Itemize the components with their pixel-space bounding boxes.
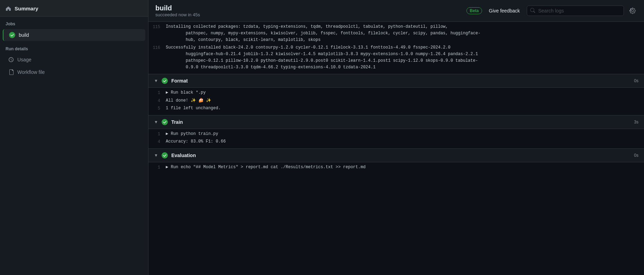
header: build succeeded now in 45s Beta Give fee…	[148, 0, 644, 22]
step-format-duration: 0s	[634, 78, 638, 83]
step-evaluation-header[interactable]: ▼ Evaluation 0s	[148, 148, 644, 162]
log-line-num: 1	[148, 164, 166, 171]
step-format-header[interactable]: ▼ Format 0s	[148, 74, 644, 88]
home-icon	[6, 6, 11, 11]
sidebar-summary-label: Summary	[15, 6, 38, 11]
step-evaluation-title: Evaluation	[171, 153, 630, 158]
log-content: 115 Installing collected packages: tzdat…	[148, 22, 644, 275]
format-log-line-4: 4 All done! ✨ 🍰 ✨	[148, 97, 644, 105]
log-line-num: 4	[148, 138, 166, 145]
step-format-status-icon	[162, 78, 168, 84]
train-log-line-4: 4 Accuracy: 83.0% F1: 0.66	[148, 138, 644, 146]
train-log-line-1: 1 ▶ Run python train.py	[148, 130, 644, 138]
log-line-num: 116	[148, 44, 166, 51]
step-train: ▼ Train 3s 1 ▶ Run python train.py 4 Acc…	[148, 115, 644, 147]
give-feedback-button[interactable]: Give feedback	[486, 7, 523, 15]
step-format: ▼ Format 0s 1 ▶ Run black *.py 4 All don…	[148, 74, 644, 114]
log-line-text: ▶ Run python train.py	[166, 131, 644, 137]
step-train-title: Train	[171, 119, 630, 125]
step-format-body: 1 ▶ Run black *.py 4 All done! ✨ 🍰 ✨ 5 1…	[148, 88, 644, 114]
sidebar-detail-usage[interactable]: Usage	[3, 54, 145, 65]
build-title: build	[155, 4, 461, 12]
sidebar-workflow-file-label: Workflow file	[17, 69, 45, 75]
settings-button[interactable]	[628, 6, 637, 15]
sidebar: Summary Jobs build Run details Usage Wor…	[0, 0, 148, 275]
log-line-text: Successfully installed black-24.2.0 cont…	[166, 44, 644, 71]
log-line-text: ▶ Run echo "## Model Metrics" > report.m…	[166, 164, 644, 171]
step-train-header[interactable]: ▼ Train 3s	[148, 115, 644, 129]
clock-icon	[8, 57, 14, 62]
job-label: build	[19, 32, 29, 38]
step-evaluation-status-icon	[162, 152, 168, 158]
step-evaluation-body: 1 ▶ Run echo "## Model Metrics" > report…	[148, 162, 644, 173]
header-title-block: build succeeded now in 45s	[155, 4, 461, 17]
format-log-line-1: 1 ▶ Run black *.py	[148, 89, 644, 97]
log-line-num: 1	[148, 89, 166, 96]
chevron-down-icon: ▼	[154, 153, 158, 158]
sidebar-usage-label: Usage	[17, 57, 31, 62]
sidebar-jobs-section: Jobs	[0, 17, 148, 28]
chevron-down-icon: ▼	[154, 120, 158, 124]
header-actions: Beta Give feedback	[466, 6, 637, 16]
log-line-116: 116 Successfully installed black-24.2.0 …	[148, 44, 644, 71]
log-line-num: 115	[148, 24, 166, 31]
search-logs-input[interactable]	[527, 6, 624, 16]
step-evaluation-duration: 0s	[634, 153, 638, 158]
sidebar-job-build[interactable]: build	[3, 29, 145, 41]
format-log-line-5: 5 1 file left unchanged.	[148, 105, 644, 112]
log-line-115: 115 Installing collected packages: tzdat…	[148, 23, 644, 44]
step-train-duration: 3s	[634, 120, 638, 124]
main-content: build succeeded now in 45s Beta Give fee…	[148, 0, 644, 275]
step-evaluation: ▼ Evaluation 0s 1 ▶ Run echo "## Model M…	[148, 148, 644, 173]
sidebar-detail-workflow-file[interactable]: Workflow file	[3, 67, 145, 78]
log-lines-block: 115 Installing collected packages: tzdat…	[148, 22, 644, 72]
log-line-num: 5	[148, 105, 166, 112]
beta-badge: Beta	[466, 7, 482, 14]
evaluation-log-line-1: 1 ▶ Run echo "## Model Metrics" > report…	[148, 164, 644, 171]
sidebar-summary[interactable]: Summary	[0, 0, 148, 17]
log-line-text: 1 file left unchanged.	[166, 105, 644, 112]
file-icon	[8, 69, 14, 75]
log-line-num: 4	[148, 97, 166, 104]
log-line-text: Installing collected packages: tzdata, t…	[166, 24, 644, 44]
step-train-body: 1 ▶ Run python train.py 4 Accuracy: 83.0…	[148, 129, 644, 147]
step-train-status-icon	[162, 119, 168, 125]
log-line-num: 1	[148, 131, 166, 138]
build-subtitle: succeeded now in 45s	[155, 12, 461, 17]
sidebar-run-details-section: Run details	[0, 42, 148, 53]
step-format-title: Format	[171, 78, 630, 84]
log-line-text: ▶ Run black *.py	[166, 89, 644, 96]
log-line-text: Accuracy: 83.0% F1: 0.66	[166, 138, 644, 145]
chevron-down-icon: ▼	[154, 78, 158, 83]
log-line-text: All done! ✨ 🍰 ✨	[166, 97, 644, 104]
search-logs-wrapper	[527, 6, 624, 16]
job-status-success-icon	[9, 32, 15, 38]
